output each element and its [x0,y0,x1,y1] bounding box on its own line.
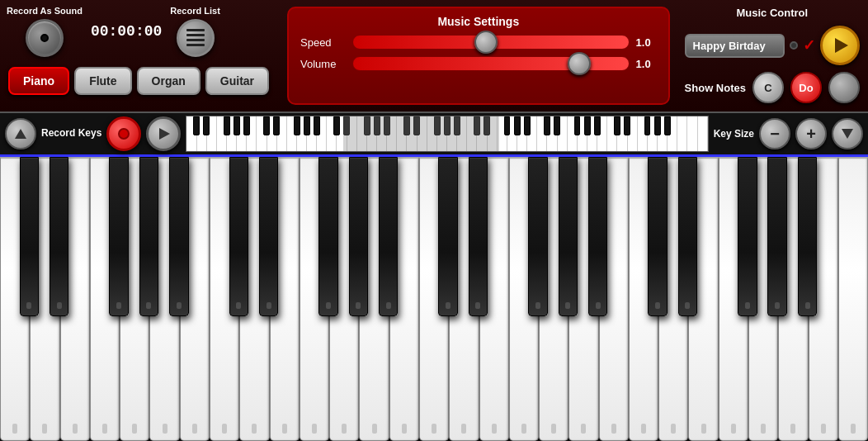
dot-indicator [790,41,798,50]
speed-value: 1.0 [636,36,657,49]
guitar-btn[interactable]: Guitar [205,67,269,95]
record-list[interactable]: Record List [170,5,220,56]
down-arrow-icon [842,129,853,139]
music-settings-title: Music Settings [300,15,657,28]
size-increase-btn[interactable]: + [795,118,827,149]
black-key[interactable] [678,157,698,316]
song-dropdown[interactable]: Happy Birtday [685,34,785,58]
play-small-triangle [159,128,170,140]
record-list-btn[interactable] [177,19,215,57]
note-do-btn[interactable]: Do [790,72,822,103]
black-key[interactable] [588,157,608,316]
record-red-btn[interactable] [106,116,141,151]
scroll-down-btn[interactable] [832,118,863,149]
play-small-btn[interactable] [146,116,181,151]
volume-row: Volume 1.0 [300,56,657,71]
black-key[interactable] [469,157,488,316]
play-large-triangle [835,38,848,53]
black-key[interactable] [438,157,458,316]
music-control-title: Music Control [685,7,860,19]
size-decrease-btn[interactable]: − [759,118,790,149]
black-key[interactable] [318,157,338,316]
speed-label: Speed [300,36,346,49]
up-arrow-icon [15,129,26,139]
black-key[interactable] [349,157,369,316]
volume-label: Volume [300,58,346,70]
volume-slider-thumb[interactable] [568,52,591,75]
record-row: Record As Sound 00:00:00 Record List [0,0,281,62]
black-key[interactable] [229,157,249,316]
record-keys-bar: Record Keys Key Size − + [0,111,868,157]
show-notes-label: Show Notes [685,82,746,94]
left-controls: Record As Sound 00:00:00 Record List [0,0,281,111]
black-key[interactable] [528,157,548,316]
key-size-label: Key Size [714,128,754,140]
record-list-label: Record List [170,5,220,17]
timer-display: 00:00:00 [91,23,162,40]
black-key[interactable] [738,157,757,316]
speed-slider-thumb[interactable] [474,31,498,54]
mini-keyboard [186,116,708,152]
instrument-row: Piano Flute Organ Guitar [0,62,281,100]
music-control: Music Control Happy Birtday ✓ Show Notes… [677,0,868,111]
volume-value: 1.0 [636,58,657,70]
black-key[interactable] [648,157,668,316]
record-keys-label: Record Keys [41,127,101,140]
piano-btn[interactable]: Piano [8,67,69,95]
music-settings: Music Settings Speed 1.0 Volume 1.0 [287,7,670,105]
note-c-btn[interactable]: C [752,72,784,103]
speed-slider-track[interactable] [352,35,630,50]
black-key[interactable] [109,157,129,316]
black-key[interactable] [559,157,578,316]
settings-knob[interactable] [828,72,860,103]
song-select-row: Happy Birtday ✓ [685,26,860,65]
black-key[interactable] [139,157,159,316]
play-large-btn[interactable] [820,26,860,65]
scroll-up-btn[interactable] [5,118,36,149]
black-key[interactable] [259,157,279,316]
piano-container [0,157,868,441]
record-as-sound-label: Record As Sound [7,5,83,17]
piano-keys [0,157,868,441]
black-key[interactable] [20,157,40,316]
show-notes-row: Show Notes C Do [685,72,860,103]
top-section: Record As Sound 00:00:00 Record List [0,0,868,111]
black-key[interactable] [169,157,189,316]
volume-slider-track[interactable] [352,56,630,71]
black-key[interactable] [798,157,818,316]
record-as-sound[interactable]: Record As Sound [7,5,83,56]
organ-btn[interactable]: Organ [137,67,200,95]
checkmark-icon: ✓ [803,36,815,55]
flute-btn[interactable]: Flute [74,67,131,95]
speed-row: Speed 1.0 [300,35,657,50]
black-key[interactable] [379,157,399,316]
record-dot-icon [118,128,130,140]
record-sound-knob[interactable] [26,19,64,57]
black-key[interactable] [50,157,69,316]
white-key[interactable] [838,157,868,441]
black-key[interactable] [767,157,787,316]
